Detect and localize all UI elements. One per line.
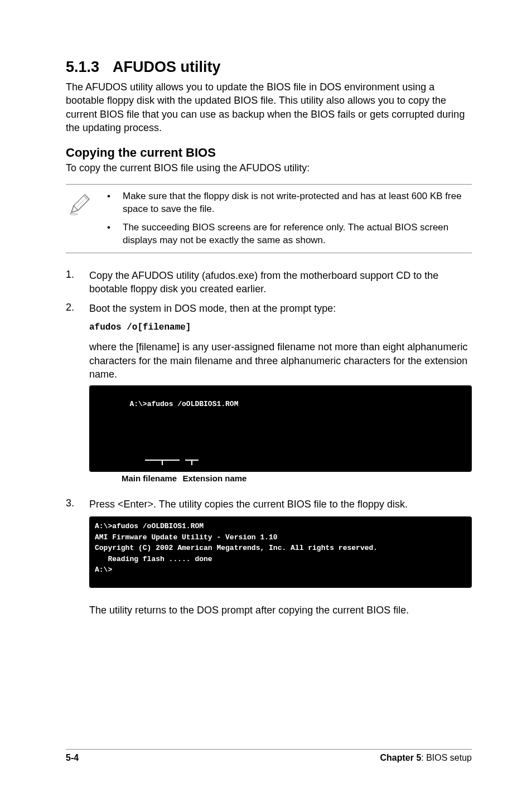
note-text: The succeeding BIOS screens are for refe… [123,221,472,247]
steps-list: 1. Copy the AFUDOS utility (afudos.exe) … [66,269,472,598]
step-number: 1. [66,269,89,296]
subheading: Copying the current BIOS [66,146,472,160]
subheading-description: To copy the current BIOS file using the … [66,162,472,174]
terminal-output: A:\>afudos /oOLDBIOS1.ROM [89,385,472,472]
note-item: • Make sure that the floppy disk is not … [107,190,472,216]
step-number: 3. [66,497,89,598]
command-code: afudos /o[filename] [89,322,472,334]
step-number: 2. [66,302,89,492]
annotation-extension-name: Extension name [182,474,246,483]
note-item: • The succeeding BIOS screens are for re… [107,221,472,247]
page-number: 5-4 [66,753,79,763]
terminal-output: A:\>afudos /oOLDBIOS1.ROM AMI Firmware U… [89,516,472,588]
step-description: where the [filename] is any user-assigne… [89,340,472,381]
terminal-line: A:\>afudos /oOLDBIOS1.ROM [129,400,238,408]
annotation-main-filename: Main filename [122,474,177,483]
svg-line-3 [75,194,86,205]
section-heading: 5.1.3AFUDOS utility [66,59,472,76]
bullet-icon: • [107,190,123,216]
intro-paragraph: The AFUDOS utility allows you to update … [66,80,472,134]
closing-paragraph: The utility returns to the DOS prompt af… [89,603,472,617]
step-item: 3. Press <Enter>. The utility copies the… [66,497,472,598]
page-footer: 5-4 Chapter 5: BIOS setup [66,749,472,763]
step-item: 1. Copy the AFUDOS utility (afudos.exe) … [66,269,472,296]
note-text: Make sure that the floppy disk is not wr… [123,190,472,216]
pencil-note-icon [66,190,94,216]
step-content: Press <Enter>. The utility copies the cu… [89,497,472,511]
svg-point-5 [70,214,78,215]
section-title: AFUDOS utility [113,59,221,75]
step-item: 2. Boot the system in DOS mode, then at … [66,302,472,492]
note-block: • Make sure that the floppy disk is not … [66,184,472,253]
section-number: 5.1.3 [66,59,99,75]
code-annotation: Main filename Extension name [122,473,472,484]
bullet-icon: • [107,221,123,247]
step-content: Boot the system in DOS mode, then at the… [89,302,472,315]
chapter-label: Chapter 5: BIOS setup [380,753,472,763]
step-content: Copy the AFUDOS utility (afudos.exe) fro… [89,269,472,296]
